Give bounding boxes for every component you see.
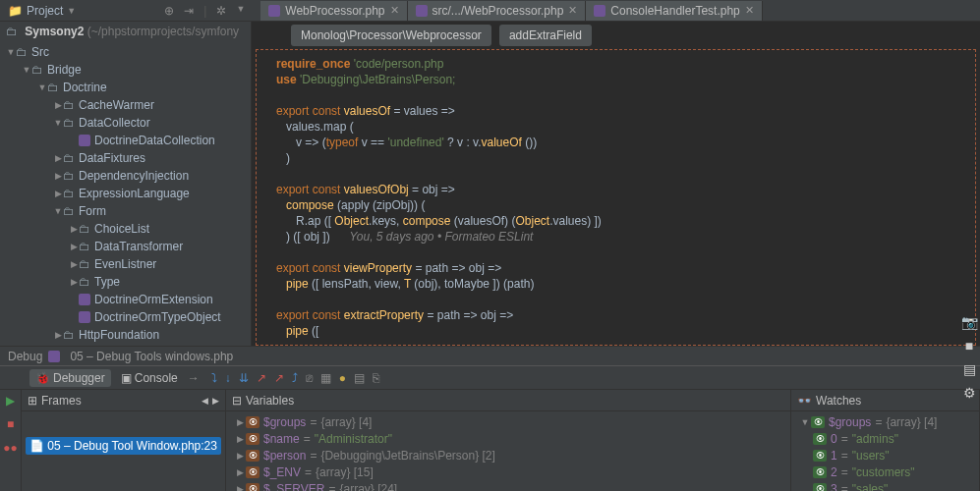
tree-item[interactable]: DoctrineDataCollection (0, 132, 251, 149)
tree-item[interactable]: ▶🗀HttpFoundation (0, 326, 251, 344)
tree-item[interactable]: ▶🗀ExpressionLanguage (0, 185, 251, 202)
mute-breakpoints-icon[interactable]: ● (339, 371, 346, 385)
debugger-tab[interactable]: 🐞 Debugger (29, 369, 111, 387)
arrow-right-icon[interactable]: → (188, 371, 200, 385)
expand-arrow-icon[interactable]: ▶ (69, 224, 79, 234)
expand-arrow-icon[interactable]: ▶ (53, 153, 63, 163)
tree-item[interactable]: ▶🗀EvenListner (0, 255, 251, 273)
layout-icon[interactable]: ▤ (963, 361, 976, 377)
tree-item[interactable]: ▶🗀DataFixtures (0, 149, 251, 167)
camera-icon[interactable]: 📷 (961, 314, 978, 330)
expand-arrow-icon[interactable]: ▶ (234, 467, 246, 477)
expand-arrow-icon[interactable]: ▶ (234, 451, 246, 461)
watch-icon: ⦿ (813, 433, 827, 445)
watch-row[interactable]: ▼⦿$groups={array} [4] (795, 413, 975, 430)
force-step-into-icon[interactable]: ⇊ (239, 371, 249, 385)
expand-arrow-icon[interactable]: ▼ (53, 206, 63, 216)
expand-arrow-icon[interactable]: ▼ (53, 118, 63, 128)
settings-icon[interactable]: ▤ (354, 371, 365, 385)
step-over-icon[interactable]: ⤵ (211, 371, 217, 385)
prev-frame-icon[interactable]: ◀ (202, 396, 208, 406)
expand-arrow-icon[interactable]: ▶ (234, 434, 246, 444)
equals-sign: = (310, 415, 317, 429)
tab-webprocessor[interactable]: WebProcessor.php ✕ (260, 1, 407, 21)
tab-src-webprocessor[interactable]: src/.../WebProcessor.php ✕ (408, 1, 587, 21)
dropdown-icon[interactable]: ▼ (236, 4, 245, 18)
calculator-icon[interactable]: ▦ (320, 371, 331, 385)
variable-name: $_ENV (263, 465, 301, 479)
watch-child-row[interactable]: ⦿2="customers" (795, 464, 975, 480)
project-name: Symsony2 (25, 25, 84, 38)
close-icon[interactable]: ✕ (568, 4, 577, 17)
variable-row[interactable]: ▶⦿$_SERVER={array} [24] (230, 480, 786, 491)
variables-label: Variables (246, 394, 294, 408)
watch-child-row[interactable]: ⦿1="users" (795, 447, 975, 464)
tree-item[interactable]: ▶🗀CacheWarmer (0, 96, 251, 114)
step-into-icon[interactable]: ↓ (225, 371, 231, 385)
variable-value: {array} [15] (316, 465, 374, 479)
tree-item[interactable]: ▼🗀DataCollector (0, 114, 251, 132)
watches-icon: 👓 (797, 394, 812, 408)
tab-consolehandlertest[interactable]: ConsoleHandlerTest.php ✕ (586, 1, 762, 21)
watch-child-row[interactable]: ⦿0="admins" (795, 430, 975, 447)
step-out-icon[interactable]: ↗ (257, 371, 266, 385)
tree-item[interactable]: ▼🗀Src (0, 43, 251, 61)
console-tab[interactable]: ▣ Console (115, 369, 184, 387)
project-root[interactable]: 🗀 Symsony2 (~/phpstormprojects/symfony (0, 22, 251, 41)
debug-label[interactable]: Debug (8, 350, 42, 363)
evaluate-icon[interactable]: ⎚ (306, 371, 313, 385)
settings-icon[interactable]: ✲ (216, 4, 226, 18)
expand-arrow-icon[interactable]: ▶ (53, 100, 63, 110)
close-icon[interactable]: ✕ (745, 4, 754, 17)
expand-arrow-icon[interactable]: ▶ (69, 242, 79, 251)
debug-session-file[interactable]: 05 – Debug Tools windows.php (70, 350, 233, 363)
watch-child-row[interactable]: ⦿3="sales" (795, 480, 975, 491)
variable-row[interactable]: ▶⦿$groups={array} [4] (230, 413, 786, 430)
close-icon[interactable]: ✕ (390, 4, 399, 17)
gear-icon[interactable]: ⚙ (963, 385, 976, 401)
expand-arrow-icon[interactable]: ▼ (22, 65, 31, 75)
php-file-icon (48, 351, 60, 362)
stack-frame[interactable]: 📄 05 – Debug Tool Window.php:23 (26, 437, 221, 455)
dropdown-icon[interactable]: ▼ (67, 6, 76, 16)
tree-item[interactable]: ▼🗀Form (0, 202, 251, 220)
variable-row[interactable]: ▶⦿$name="Administrator" (230, 430, 786, 447)
code-area[interactable]: require_once 'code/person.php use 'Debug… (256, 49, 976, 346)
expand-arrow-icon[interactable]: ▶ (234, 417, 246, 427)
run-to-cursor-icon[interactable]: ↗ (274, 371, 284, 385)
variable-row[interactable]: ▶⦿$_ENV={array} [15] (230, 464, 786, 480)
pin-icon[interactable]: ⎘ (373, 371, 379, 385)
target-icon[interactable]: ⊕ (164, 4, 174, 18)
breadcrumb-namespace[interactable]: Monolog\Processor\Webprocessor (291, 25, 491, 46)
expand-arrow-icon[interactable]: ▶ (53, 189, 63, 198)
project-tool-icon[interactable]: 📁 (8, 4, 23, 18)
tree-item[interactable]: ▶🗀Type (0, 273, 251, 291)
tree-item[interactable]: ▼🗀Doctrine (0, 79, 251, 96)
tree-item[interactable]: DoctrineOrmTypeObject (0, 308, 251, 326)
tree-item[interactable]: ▶🗀DependencyInjection (0, 167, 251, 185)
drop-frame-icon[interactable]: ⤴ (292, 371, 298, 385)
expand-arrow-icon[interactable]: ▶ (53, 171, 63, 181)
expand-arrow-icon[interactable]: ▶ (234, 484, 246, 492)
breadcrumb-method[interactable]: addExtraField (499, 25, 592, 46)
tree-item[interactable]: DoctrineOrmExtension (0, 291, 251, 308)
expand-arrow-icon[interactable]: ▼ (37, 82, 47, 92)
expand-arrow-icon[interactable]: ▼ (6, 47, 16, 57)
expand-arrow-icon[interactable]: ▶ (69, 277, 79, 287)
project-tool-label[interactable]: Project (27, 4, 63, 18)
folder-icon: 🗀 (79, 257, 90, 271)
expand-arrow-icon[interactable]: ▶ (69, 259, 79, 269)
stop-icon[interactable]: ■ (7, 417, 14, 431)
expand-arrow-icon[interactable]: ▼ (799, 417, 811, 427)
variable-row[interactable]: ▶⦿$person={Debugging\JetBrains\Person} [… (230, 447, 786, 464)
resume-icon[interactable]: ▶ (6, 394, 15, 408)
tree-item[interactable]: ▼🗀Bridge (0, 61, 251, 79)
expand-arrow-icon[interactable]: ▶ (53, 330, 63, 340)
tree-item[interactable]: ▶🗀ChoiceList (0, 220, 251, 238)
next-frame-icon[interactable]: ▶ (212, 396, 219, 406)
breakpoints-icon[interactable]: ●● (3, 441, 18, 455)
tree-item[interactable]: ▶🗀Logger (0, 344, 251, 346)
collapse-icon[interactable]: ⇥ (184, 4, 194, 18)
video-icon[interactable]: ■ (965, 338, 973, 354)
tree-item[interactable]: ▶🗀DataTransformer (0, 238, 251, 255)
